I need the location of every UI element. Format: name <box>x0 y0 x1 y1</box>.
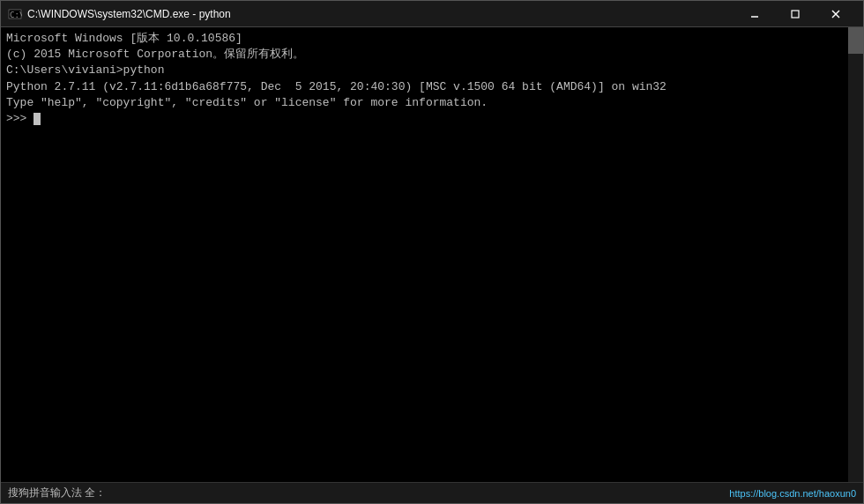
cmd-window: C:\ C:\WINDOWS\system32\CMD.exe - python <box>0 0 864 504</box>
titlebar: C:\ C:\WINDOWS\system32\CMD.exe - python <box>1 1 863 27</box>
terminal-line-4: Python 2.7.11 (v2.7.11:6d1b6a68f775, Dec… <box>6 79 858 95</box>
terminal-body[interactable]: Microsoft Windows [版本 10.0.10586] (c) 20… <box>1 27 863 482</box>
titlebar-title: C:\WINDOWS\system32\CMD.exe - python <box>27 8 231 20</box>
svg-rect-4 <box>792 11 799 18</box>
cursor <box>34 113 41 125</box>
close-button[interactable] <box>816 1 856 27</box>
titlebar-controls <box>734 1 856 27</box>
terminal-line-1: (c) 2015 Microsoft Corporation。保留所有权利。 <box>6 47 858 63</box>
terminal-line-3: C:\Users\viviani>python <box>6 63 858 78</box>
scrollbar[interactable] <box>848 27 863 482</box>
maximize-button[interactable] <box>775 1 816 27</box>
titlebar-left: C:\ C:\WINDOWS\system32\CMD.exe - python <box>8 7 231 21</box>
terminal-line-0: Microsoft Windows [版本 10.0.10586] <box>6 31 858 47</box>
cmd-icon: C:\ <box>8 7 22 21</box>
svg-text:C:\: C:\ <box>10 11 22 19</box>
statusbar-ime: 搜狗拼音输入法 全： <box>8 485 106 500</box>
terminal-line-5: Type "help", "copyright", "credits" or "… <box>6 95 858 111</box>
minimize-button[interactable] <box>734 1 775 27</box>
terminal-line-6: >>> <box>6 111 858 127</box>
statusbar-url: https://blog.csdn.net/haoxun0 <box>729 488 856 499</box>
statusbar: 搜狗拼音输入法 全： https://blog.csdn.net/haoxun0 <box>1 482 863 503</box>
scrollbar-thumb[interactable] <box>848 27 863 54</box>
